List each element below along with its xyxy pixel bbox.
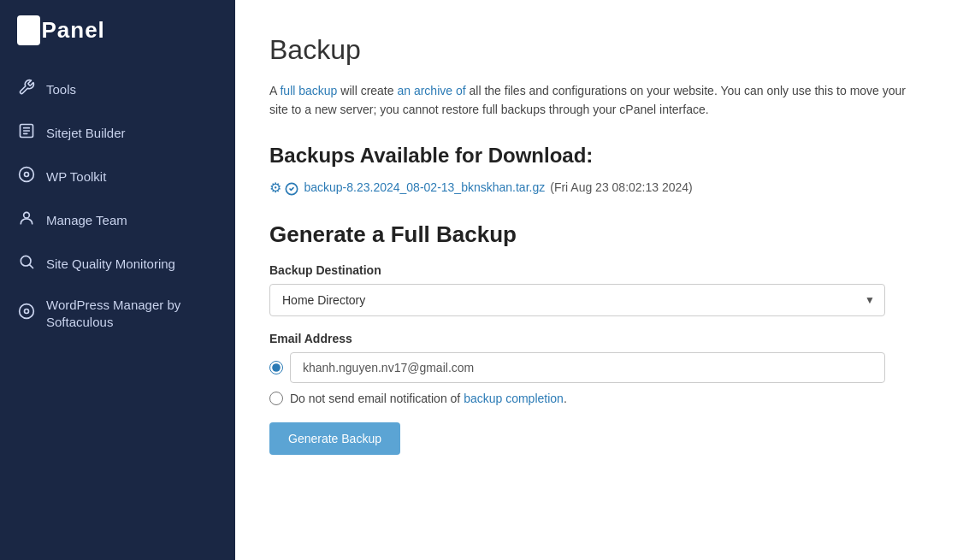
archive-link[interactable]: an archive of — [397, 84, 465, 97]
manageteam-icon — [17, 209, 36, 231]
no-email-label: Do not send email notification of backup… — [290, 392, 567, 405]
main-content: Backup A full backup will create an arch… — [235, 0, 969, 560]
page-title: Backup — [269, 34, 926, 66]
backup-file-link[interactable]: backup-8.23.2024_08-02-13_bknskhan.tar.g… — [304, 180, 545, 194]
destination-select[interactable]: Home Directory Remote FTP Server Secure … — [269, 284, 885, 316]
svg-point-1 — [20, 168, 34, 182]
email-input-row — [269, 352, 885, 383]
full-backup-link[interactable]: full backup — [280, 84, 337, 97]
wptoolkit-icon — [17, 166, 36, 187]
sidebar-item-wordpress[interactable]: WordPress Manager by Softaculous — [0, 286, 235, 341]
no-email-radio[interactable] — [269, 392, 283, 405]
sitejet-icon — [17, 122, 36, 144]
backups-section-title: Backups Available for Download: — [269, 144, 926, 168]
sidebar-manageteam-label: Manage Team — [46, 212, 127, 229]
wordpress-icon — [17, 303, 36, 324]
sidebar-sitequality-label: Site Quality Monitoring — [46, 256, 175, 273]
sidebar-sitejet-label: Sitejet Builder — [46, 125, 126, 142]
svg-line-5 — [30, 265, 33, 268]
sidebar-wordpress-label: WordPress Manager by Softaculous — [46, 297, 218, 330]
backup-file-date: (Fri Aug 23 08:02:13 2024) — [550, 180, 693, 194]
tools-icon — [17, 79, 36, 100]
sitequality-icon — [17, 253, 36, 274]
destination-label: Backup Destination — [269, 263, 926, 277]
backup-file-row: ⚙ backup-8.23.2024_08-02-13_bknskhan.tar… — [269, 180, 926, 196]
destination-group: Backup Destination Home Directory Remote… — [269, 263, 926, 316]
email-radio[interactable] — [269, 361, 283, 374]
sidebar-item-sitejet[interactable]: Sitejet Builder — [0, 111, 235, 155]
sidebar-item-wptoolkit[interactable]: WP Toolkit — [0, 155, 235, 198]
backup-completion-link[interactable]: backup completion — [464, 392, 564, 405]
svg-point-3 — [24, 212, 30, 218]
sidebar-item-tools[interactable]: Tools — [0, 68, 235, 111]
generate-backup-button[interactable]: Generate Backup — [269, 422, 400, 455]
svg-point-2 — [25, 173, 29, 177]
email-input[interactable] — [290, 352, 885, 383]
logo-c-letter: c — [17, 15, 40, 45]
destination-select-wrapper: Home Directory Remote FTP Server Secure … — [269, 284, 885, 316]
sidebar-item-sitequality[interactable]: Site Quality Monitoring — [0, 242, 235, 286]
svg-point-6 — [20, 304, 34, 319]
generate-section-title: Generate a Full Backup — [269, 221, 926, 248]
sidebar-tools-label: Tools — [46, 81, 76, 98]
svg-point-4 — [21, 256, 31, 266]
description: A full backup will create an archive of … — [269, 81, 926, 120]
sidebar: c Panel Tools Sitejet Builder — [0, 0, 235, 560]
sidebar-logo: c Panel — [0, 0, 235, 59]
email-group: Email Address Do not send email notifica… — [269, 332, 926, 405]
no-email-row: Do not send email notification of backup… — [269, 392, 926, 405]
check-circle-icon: ⚙ — [269, 180, 298, 196]
email-label: Email Address — [269, 332, 926, 345]
sidebar-wptoolkit-label: WP Toolkit — [46, 168, 106, 186]
sidebar-nav: Tools Sitejet Builder WP Toolkit — [0, 59, 235, 560]
sidebar-item-manageteam[interactable]: Manage Team — [0, 198, 235, 242]
logo-panel-text: Panel — [41, 17, 104, 44]
svg-point-7 — [25, 309, 29, 314]
